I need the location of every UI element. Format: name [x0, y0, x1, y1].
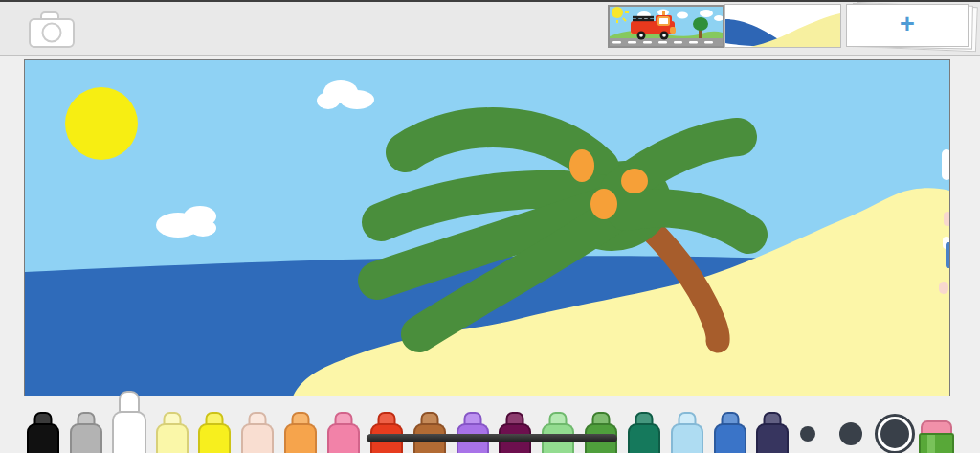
paint-bottle-purple[interactable] — [457, 412, 489, 453]
brush-size-dot — [880, 419, 909, 448]
paint-bottle-black[interactable] — [27, 412, 59, 453]
brush-size-medium[interactable] — [839, 422, 862, 445]
brush-size-dot — [839, 422, 862, 445]
plus-icon: + — [900, 11, 915, 37]
brush-size-small[interactable] — [800, 426, 815, 442]
bottle-body — [756, 423, 789, 453]
paint-bottle-light-blue[interactable] — [671, 412, 703, 453]
window-top-edge — [0, 0, 980, 2]
paint-bottle-green[interactable] — [585, 412, 617, 453]
eraser-tool[interactable] — [919, 420, 954, 453]
bottle-body — [327, 423, 360, 453]
bottle-cap — [119, 391, 140, 413]
tab-drawing-truck[interactable] — [608, 5, 724, 48]
bottle-body — [714, 423, 746, 453]
bottle-body — [241, 423, 274, 453]
bottle-body — [671, 423, 703, 453]
camera-icon — [28, 10, 76, 50]
paint-bottle-brown[interactable] — [413, 412, 446, 453]
paint-bottle-pink[interactable] — [327, 412, 360, 453]
eraser-shine — [927, 435, 935, 453]
tab-drawing-beach[interactable] — [724, 4, 841, 48]
drawing-app-window: + — [0, 0, 980, 453]
bottle-body — [27, 423, 59, 453]
bottle-body — [284, 423, 317, 453]
paint-bottle-orange[interactable] — [284, 412, 317, 453]
sun-shape — [65, 87, 138, 160]
paint-bottle-yellow[interactable] — [198, 412, 231, 453]
bottle-body — [156, 423, 189, 453]
bottle-body — [112, 411, 146, 453]
paint-bottle-dark-navy[interactable] — [756, 412, 789, 453]
drawing-canvas[interactable] — [24, 59, 950, 396]
paint-bottle-light-green[interactable] — [542, 412, 574, 453]
bottle-body — [70, 423, 102, 453]
bottle-body — [628, 423, 660, 453]
paint-bottle-gray[interactable] — [70, 412, 102, 453]
bottle-body — [198, 423, 231, 453]
paint-bottle-dark-magenta[interactable] — [499, 412, 531, 453]
palette-scrollbar[interactable] — [367, 434, 617, 442]
brush-size-large[interactable] — [875, 414, 915, 453]
camera-button[interactable] — [28, 10, 76, 50]
paint-bottle-pale-yellow[interactable] — [156, 412, 189, 453]
paint-bottle-white[interactable] — [112, 391, 146, 448]
paint-bottle-red[interactable] — [370, 412, 403, 453]
paint-bottle-peach[interactable] — [241, 412, 274, 453]
paint-bottle-blue[interactable] — [714, 412, 746, 453]
eraser-body — [919, 433, 954, 453]
paint-bottle-sea-green[interactable] — [628, 412, 660, 453]
brush-size-dot — [800, 426, 815, 442]
topbar: + — [0, 0, 980, 56]
new-drawing-button[interactable]: + — [846, 4, 969, 47]
